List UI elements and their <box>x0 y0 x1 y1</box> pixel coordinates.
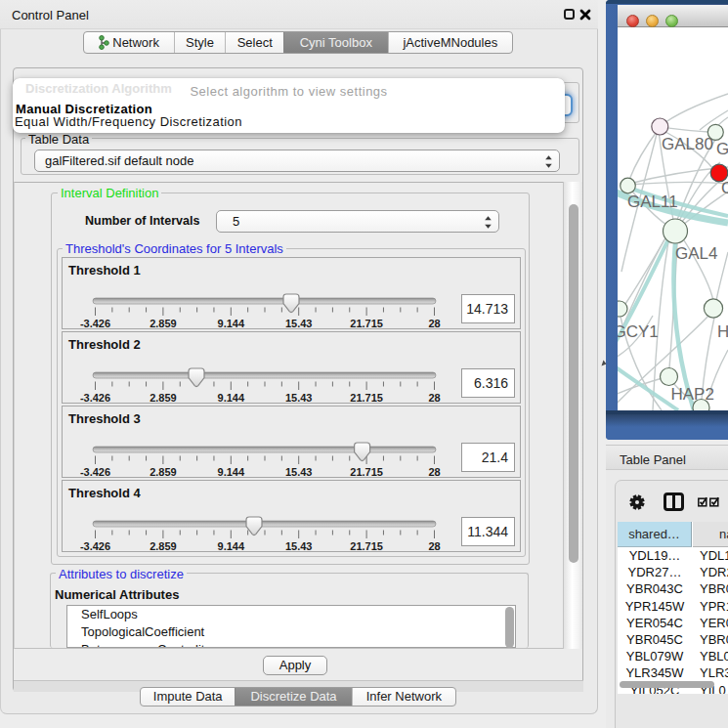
svg-text:9.144: 9.144 <box>218 466 245 478</box>
svg-text:21.715: 21.715 <box>350 466 383 478</box>
svg-text:21.715: 21.715 <box>350 318 383 329</box>
svg-text:G.: G. <box>716 140 728 158</box>
svg-text:-3.426: -3.426 <box>80 466 110 478</box>
svg-text:28: 28 <box>428 466 440 478</box>
svg-text:15.43: 15.43 <box>285 466 313 478</box>
svg-text:-3.426: -3.426 <box>80 392 110 404</box>
svg-text:CY: CY <box>721 179 728 197</box>
svg-text:28: 28 <box>428 540 440 552</box>
svg-text:HA: HA <box>717 322 728 341</box>
svg-text:21.715: 21.715 <box>350 540 383 552</box>
svg-text:28: 28 <box>428 392 440 404</box>
svg-text:-3.426: -3.426 <box>80 540 110 552</box>
svg-text:2.859: 2.859 <box>150 540 177 552</box>
svg-text:9.144: 9.144 <box>218 318 245 329</box>
svg-text:GAL80: GAL80 <box>662 135 713 153</box>
svg-text:GCY1: GCY1 <box>618 322 659 341</box>
svg-text:9.144: 9.144 <box>218 392 245 404</box>
svg-text:9.144: 9.144 <box>218 540 245 552</box>
svg-text:21.715: 21.715 <box>350 392 383 404</box>
svg-text:28: 28 <box>428 318 440 329</box>
svg-text:2.859: 2.859 <box>150 466 177 478</box>
svg-text:HAP2: HAP2 <box>671 385 714 404</box>
svg-text:15.43: 15.43 <box>285 540 313 552</box>
svg-text:15.43: 15.43 <box>285 392 313 404</box>
svg-text:2.859: 2.859 <box>150 392 177 404</box>
svg-text:15.43: 15.43 <box>285 318 313 329</box>
svg-text:-3.426: -3.426 <box>80 318 110 329</box>
svg-text:GAL4: GAL4 <box>675 244 717 263</box>
svg-text:2.859: 2.859 <box>150 318 177 329</box>
svg-text:GAL11: GAL11 <box>627 193 678 211</box>
